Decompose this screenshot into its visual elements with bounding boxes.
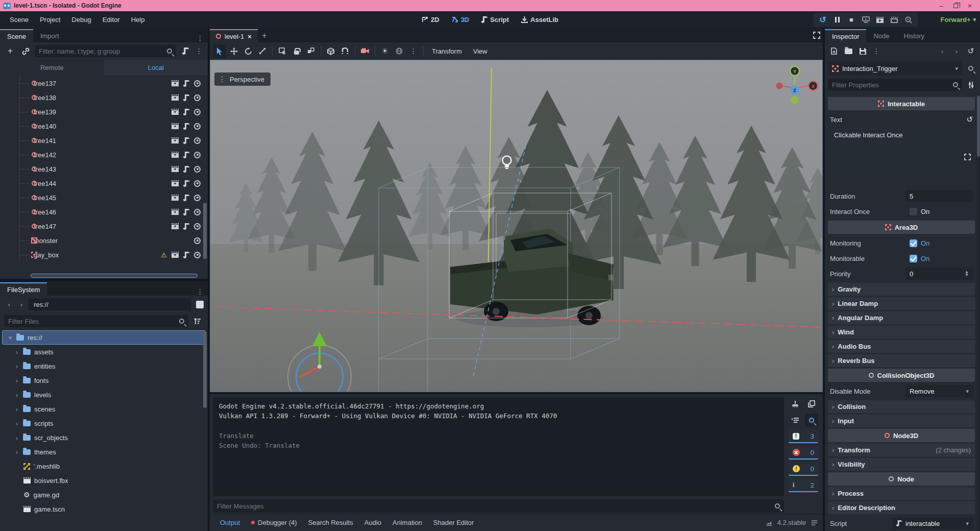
file-row[interactable]: '.meshlib <box>0 459 208 473</box>
path-input[interactable] <box>34 301 186 308</box>
panel-tab-animation[interactable]: Animation <box>387 514 427 531</box>
script-icon[interactable] <box>183 195 189 201</box>
scale-tool-button[interactable] <box>256 44 269 58</box>
category-collisionobject3d[interactable]: CollisionObject3D <box>828 369 975 382</box>
script-icon[interactable] <box>183 252 189 258</box>
scene-node-row[interactable]: tree147 <box>0 219 208 233</box>
group-process[interactable]: ›Process <box>828 487 975 500</box>
new-scene-tab-button[interactable]: + <box>258 29 271 42</box>
menu-item-debug[interactable]: Debug <box>66 11 96 28</box>
remote-debug-button[interactable] <box>860 14 872 26</box>
panel-tab-audio[interactable]: Audio <box>359 514 386 531</box>
visibility-toggle-icon[interactable] <box>194 237 201 244</box>
copy-output-button[interactable] <box>805 397 818 411</box>
rotate-tool-button[interactable] <box>241 44 255 58</box>
open-scene-icon[interactable] <box>172 137 179 143</box>
viewport-3d-scene[interactable] <box>210 60 822 392</box>
attach-script-button[interactable] <box>179 45 191 57</box>
nav-back-button[interactable]: ‹ <box>4 299 14 310</box>
scene-extra-menu-button[interactable]: ⋮ <box>194 47 204 55</box>
open-scene-icon[interactable] <box>172 109 179 115</box>
scene-node-row[interactable]: tree145 <box>0 190 208 205</box>
output-log[interactable]: Godot Engine v4.2.stable.official.46dc27… <box>213 397 784 496</box>
object-history-button[interactable]: ↺ <box>965 45 977 57</box>
history-back-button[interactable]: ‹ <box>936 45 948 57</box>
group-visibility[interactable]: ›Visibility <box>828 458 975 471</box>
chevron-right-icon[interactable]: › <box>14 448 19 456</box>
chevron-down-icon[interactable]: ▾ <box>8 334 13 342</box>
panel-tab-shader-editor[interactable]: Shader Editor <box>428 514 479 531</box>
stop-button[interactable]: ■ <box>845 14 857 26</box>
script-icon[interactable] <box>183 180 189 187</box>
lock-icon[interactable] <box>290 44 303 58</box>
scene-node-row[interactable]: tree138 <box>0 90 208 105</box>
group-reverb-bus[interactable]: ›Reverb Bus <box>828 354 975 367</box>
group-gravity[interactable]: ›Gravity <box>828 283 975 296</box>
new-resource-button[interactable] <box>828 45 840 57</box>
priority-value-field[interactable]: 0 ▲▼ <box>905 268 973 280</box>
tab-scene[interactable]: Scene <box>0 29 33 42</box>
file-tree-vscrollbar[interactable] <box>203 331 207 408</box>
tab-history[interactable]: History <box>897 29 932 42</box>
nav-forward-button[interactable]: › <box>16 299 27 310</box>
restart-button[interactable]: ↺ <box>817 14 829 26</box>
add-node-button[interactable]: + <box>4 45 16 57</box>
panel-tab-search-results[interactable]: Search Results <box>303 514 358 531</box>
file-row[interactable]: boisvert.fbx <box>0 473 208 488</box>
menu-item-project[interactable]: Project <box>34 11 66 28</box>
local-space-button[interactable] <box>324 44 337 58</box>
file-row[interactable]: ▾res:// <box>2 330 206 345</box>
chevron-right-icon[interactable]: › <box>14 363 19 370</box>
visibility-toggle-icon[interactable] <box>194 94 201 101</box>
inspector-vscrollbar[interactable] <box>977 94 980 531</box>
script-icon[interactable] <box>183 80 189 87</box>
menu-item-editor[interactable]: Editor <box>97 11 126 28</box>
visibility-toggle-icon[interactable] <box>194 180 201 187</box>
workspace-script-button[interactable]: Script <box>477 16 513 23</box>
script-icon[interactable] <box>183 223 189 230</box>
tab-inspector[interactable]: Inspector <box>825 29 866 42</box>
panel-tab-output[interactable]: Output <box>215 514 245 531</box>
open-scene-icon[interactable] <box>172 252 179 258</box>
scene-node-row[interactable]: tree143 <box>0 162 208 176</box>
search-log-button[interactable] <box>805 414 818 427</box>
menu-item-scene[interactable]: Scene <box>4 11 34 28</box>
open-scene-icon[interactable] <box>172 123 179 129</box>
group-wind[interactable]: ›Wind <box>828 326 975 339</box>
clear-output-button[interactable] <box>789 397 802 411</box>
display-mode-button[interactable] <box>196 301 204 308</box>
group-input[interactable]: ›Input <box>828 415 975 427</box>
viewport-extra-menu-icon[interactable]: ⋮ <box>407 44 420 58</box>
instance-scene-button[interactable] <box>19 45 32 57</box>
snap-magnet-icon[interactable] <box>338 44 352 58</box>
open-docs-button[interactable] <box>965 62 977 75</box>
scene-tree-hscrollbar[interactable] <box>31 274 198 278</box>
visibility-toggle-icon[interactable] <box>194 80 201 87</box>
file-row[interactable]: ›levels <box>0 388 208 402</box>
disable-mode-dropdown[interactable]: Remove ▾ <box>905 385 973 397</box>
expand-bottom-panel-icon[interactable] <box>811 519 818 526</box>
text-value-box[interactable]: Clickable Interact Once <box>830 128 961 185</box>
panel-tab-debugger[interactable]: Debugger (4) <box>246 514 302 531</box>
category-interactable[interactable]: Interactable <box>828 97 975 110</box>
path-field[interactable] <box>29 298 191 310</box>
file-row[interactable]: game.tscn <box>0 502 208 516</box>
chevron-right-icon[interactable]: › <box>14 391 19 399</box>
log-filter-warning-badge[interactable]: ! 0 <box>789 463 818 476</box>
monitoring-checkbox[interactable]: On <box>905 237 973 249</box>
save-resource-button[interactable] <box>856 45 869 57</box>
file-row[interactable]: ⚙ game.gd <box>0 488 208 502</box>
history-forward-button[interactable]: › <box>950 45 963 57</box>
interact-once-checkbox[interactable]: On <box>905 205 973 218</box>
file-row[interactable]: ›scr_objects <box>0 430 208 445</box>
pause-button[interactable] <box>831 14 843 26</box>
chevron-right-icon[interactable]: › <box>14 420 19 427</box>
visibility-toggle-icon[interactable] <box>194 252 201 258</box>
category-node[interactable]: Node <box>828 472 975 486</box>
file-filter-input[interactable] <box>8 318 176 325</box>
remote-button[interactable]: Remote <box>0 60 104 75</box>
workspace-assetlib-button[interactable]: AssetLib <box>517 16 562 23</box>
scene-tab-level-1[interactable]: level-1 × <box>210 29 258 42</box>
expand-text-icon[interactable] <box>964 154 971 160</box>
tab-import[interactable]: Import <box>33 29 66 42</box>
